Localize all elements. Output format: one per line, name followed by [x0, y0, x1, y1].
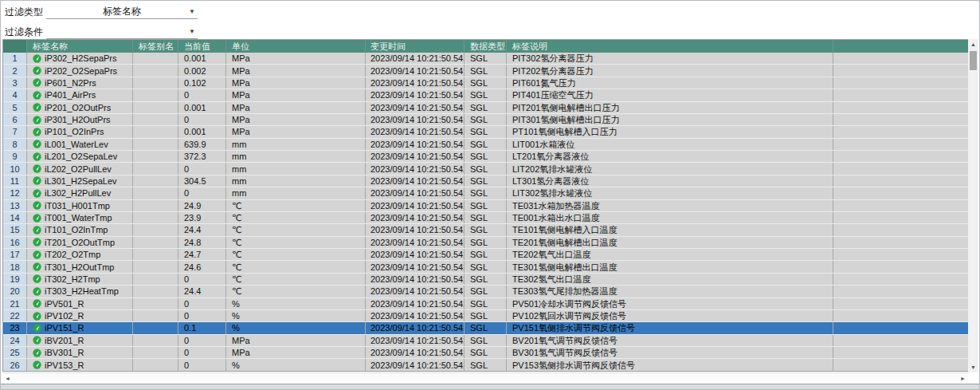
unit-cell: MPa — [226, 89, 366, 100]
tag-alias-cell — [133, 89, 178, 100]
tag-description-cell: PV501冷却水调节阀反馈信号 — [507, 298, 833, 309]
header-unit[interactable]: 单位 — [226, 40, 366, 53]
table-row[interactable]: 11 iL301_H2SepaLev 304.5 mm 2023/09/14 1… — [3, 175, 969, 187]
table-row[interactable]: 18 iT301_H2OutTmp 24.6 ℃ 2023/09/14 10:2… — [3, 261, 969, 273]
tag-icon — [33, 262, 41, 271]
filler-cell — [833, 261, 969, 272]
table-row[interactable]: 22 iPV102_R 0 % 2023/09/14 10:21:50.542 … — [3, 310, 969, 322]
vertical-scroll-thumb[interactable] — [970, 51, 977, 70]
header-tag-name[interactable]: 标签名称 — [27, 40, 133, 53]
table-row[interactable]: 3 iP601_N2Prs 0.102 MPa 2023/09/14 10:21… — [3, 77, 969, 89]
tag-name-cell: iP302_H2SepaPrs — [27, 53, 133, 64]
scroll-down-arrow-icon[interactable]: ▼ — [968, 362, 978, 372]
table-row[interactable]: 6 iP301_H2OutPrs 0 MPa 2023/09/14 10:21:… — [3, 114, 969, 126]
table-row[interactable]: 7 iP101_O2InPrs 0.001 MPa 2023/09/14 10:… — [3, 126, 969, 138]
change-time-cell: 2023/09/14 10:21:50.542 — [366, 224, 465, 235]
current-value-cell: 0.001 — [178, 53, 226, 64]
table-row[interactable]: 8 iL001_WaterLev 639.9 mm 2023/09/14 10:… — [3, 139, 969, 151]
table-row[interactable]: 2 iP202_O2SepaPrs 0.002 MPa 2023/09/14 1… — [3, 65, 969, 77]
current-value-cell: 0 — [178, 89, 226, 100]
table-row[interactable]: 23 iPV151_R 0.1 % 2023/09/14 10:21:50.54… — [3, 322, 969, 334]
tag-alias-cell — [133, 249, 178, 260]
table-row[interactable]: 10 iL202_O2PullLev 0 mm 2023/09/14 10:21… — [3, 163, 969, 175]
chevron-down-icon: ▼ — [189, 28, 195, 36]
tag-alias-cell — [133, 237, 178, 248]
vertical-scrollbar[interactable]: ▲ ▼ — [968, 39, 978, 372]
tag-icon — [33, 324, 41, 333]
filler-cell — [833, 286, 969, 297]
table-row[interactable]: 21 iPV501_R 0 % 2023/09/14 10:21:50.542 … — [3, 298, 969, 310]
tag-name-cell: iPV102_R — [27, 310, 133, 321]
current-value-cell: 0 — [178, 335, 226, 346]
filter-type-combobox[interactable]: 标签名称 ▼ — [46, 5, 198, 19]
tag-name-cell: iPV153_R — [27, 359, 133, 370]
tag-name-text: iL201_O2SepaLev — [45, 151, 117, 162]
table-row[interactable]: 20 iT303_H2HeatTmp 24.4 ℃ 2023/09/14 10:… — [3, 286, 969, 297]
data-type-cell: SGL — [465, 77, 507, 89]
header-data-type[interactable]: 数据类型 — [465, 40, 507, 53]
header-tag-description[interactable]: 标签说明 — [507, 40, 833, 53]
table-row[interactable]: 26 iPV153_R 0 % 2023/09/14 10:21:50.542 … — [3, 359, 969, 371]
window-bottom-strip — [1, 384, 979, 390]
tag-description-cell: LT201氧分离器液位 — [507, 151, 833, 162]
tag-icon — [33, 201, 41, 210]
scroll-right-arrow-icon[interactable]: ► — [958, 373, 968, 384]
table-row[interactable]: 19 iT302_H2Tmp 0 ℃ 2023/09/14 10:21:50.5… — [3, 274, 969, 286]
unit-cell: ℃ — [226, 224, 366, 235]
header-current-value[interactable]: 当前值 — [178, 40, 226, 53]
row-number-cell: 11 — [3, 175, 27, 187]
change-time-cell: 2023/09/14 10:21:50.542 — [366, 151, 465, 162]
filter-condition-combobox[interactable]: ▼ — [46, 25, 198, 39]
tag-alias-cell — [133, 347, 178, 358]
current-value-cell: 24.4 — [178, 286, 226, 297]
change-time-cell: 2023/09/14 10:21:50.542 — [366, 163, 465, 174]
tag-name-text: iPV501_R — [45, 298, 84, 309]
row-number-cell: 4 — [3, 89, 27, 100]
tag-icon — [33, 214, 41, 223]
table-row[interactable]: 14 iT001_WaterTmp 23.9 ℃ 2023/09/14 10:2… — [3, 212, 969, 224]
table-row[interactable]: 5 iP201_O2OutPrs 0.001 MPa 2023/09/14 10… — [3, 102, 969, 114]
tag-name-cell: iBV201_R — [27, 335, 133, 346]
data-type-cell: SGL — [465, 249, 507, 260]
unit-cell: ℃ — [226, 237, 366, 248]
header-filler — [833, 40, 969, 53]
filler-cell — [833, 237, 969, 248]
current-value-cell: 0 — [178, 347, 226, 358]
tag-icon — [33, 152, 41, 161]
row-number-cell: 19 — [3, 274, 27, 285]
tag-description-cell: PIT201氧侧电解槽出口压力 — [507, 102, 833, 113]
tag-alias-cell — [133, 359, 178, 370]
tag-icon — [33, 312, 41, 321]
tag-name-cell: iT301_H2OutTmp — [27, 261, 133, 272]
table-row[interactable]: 16 iT201_O2OutTmp 24.8 ℃ 2023/09/14 10:2… — [3, 237, 969, 249]
current-value-cell: 24.9 — [178, 200, 226, 211]
table-row[interactable]: 13 iT031_H001Tmp 24.9 ℃ 2023/09/14 10:21… — [3, 200, 969, 212]
table-row[interactable]: 4 iP401_AirPrs 0 MPa 2023/09/14 10:21:50… — [3, 89, 969, 101]
horizontal-scrollbar[interactable]: ◄ ► — [2, 372, 968, 383]
tag-icon — [33, 250, 41, 259]
tag-icon — [33, 66, 41, 75]
scroll-left-arrow-icon[interactable]: ◄ — [2, 373, 13, 384]
tag-description-cell: BV201氧气调节阀反馈信号 — [507, 335, 833, 346]
data-type-cell: SGL — [465, 139, 507, 150]
tag-alias-cell — [133, 163, 178, 174]
tag-alias-cell — [133, 77, 178, 89]
tag-description-cell: TE201氧侧电解槽出口温度 — [507, 237, 833, 248]
table-row[interactable]: 25 iBV301_R 0 MPa 2023/09/14 10:21:50.54… — [3, 347, 969, 359]
table-row[interactable]: 9 iL201_O2SepaLev 372.3 mm 2023/09/14 10… — [3, 151, 969, 163]
tag-description-cell: PIT202氧分离器压力 — [507, 65, 833, 76]
table-row[interactable]: 12 iL302_H2PullLev 0 mm 2023/09/14 10:21… — [3, 187, 969, 199]
tag-name-text: iBV301_R — [45, 347, 84, 358]
filler-cell — [833, 53, 969, 64]
data-type-cell: SGL — [465, 359, 507, 370]
table-row[interactable]: 15 iT101_O2InTmp 24.4 ℃ 2023/09/14 10:21… — [3, 224, 969, 236]
table-row[interactable]: 17 iT202_O2Tmp 24.7 ℃ 2023/09/14 10:21:5… — [3, 249, 969, 261]
table-row[interactable]: 24 iBV201_R 0 MPa 2023/09/14 10:21:50.54… — [3, 335, 969, 347]
table-row[interactable]: 1 iP302_H2SepaPrs 0.001 MPa 2023/09/14 1… — [3, 53, 969, 65]
filler-cell — [833, 274, 969, 285]
header-tag-alias[interactable]: 标签别名 — [133, 40, 178, 53]
tag-description-cell: TE001水箱出水口温度 — [507, 212, 833, 223]
scroll-up-arrow-icon[interactable]: ▲ — [968, 39, 978, 49]
header-change-time[interactable]: 变更时间 — [366, 40, 465, 53]
tag-description-cell: PIT301氢侧电解槽出口压力 — [507, 114, 833, 125]
